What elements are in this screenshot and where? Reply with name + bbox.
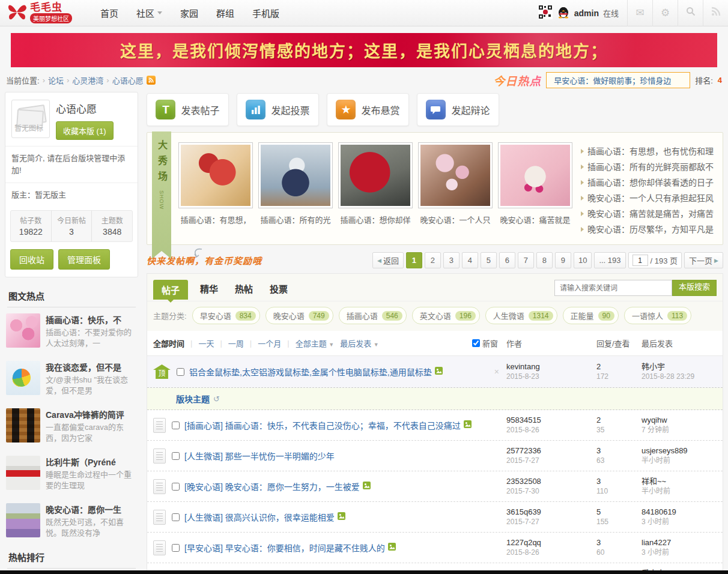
thread-author[interactable]: 95834515 (506, 415, 596, 425)
new-reward-button[interactable]: ★ 发布悬赏 (327, 93, 409, 126)
thread-author[interactable]: 1227q2qq (506, 537, 596, 548)
nav-item-mobile[interactable]: 手机版 (243, 7, 288, 19)
thread-title-link[interactable]: 晚安心语：愿你一生努力，一生被爱 (225, 480, 360, 492)
showcase-link[interactable]: 插画心语：有思想，也有忧伤和理 (581, 144, 714, 159)
search-button-top[interactable] (678, 0, 703, 26)
page-button-5[interactable]: 5 (481, 252, 497, 268)
new-poll-button[interactable]: 发起投票 (237, 93, 319, 126)
tab-hot[interactable]: 热帖 (226, 279, 261, 301)
today-hot-topic-link[interactable]: 早安心语：做好眼前事；珍惜身边 (546, 72, 690, 88)
thread-category-link[interactable]: [插画心语] (184, 419, 223, 431)
column-header-author[interactable]: 作者 (506, 337, 596, 349)
page-button-2[interactable]: 2 (425, 252, 441, 268)
last-post-time[interactable]: 2015-8-28 23:29 (642, 372, 717, 382)
hot-pic-item[interactable]: 插画心语：快乐，不插画心语：不要对爱你的人太过刻薄，一 (6, 307, 137, 355)
page-button-6[interactable]: 6 (499, 252, 515, 268)
page-button-9[interactable]: 9 (555, 252, 571, 268)
thread-checkbox[interactable] (172, 483, 180, 491)
tab-poll[interactable]: 投票 (261, 279, 296, 301)
nav-item-home[interactable]: 首页 (91, 7, 127, 19)
category-pill-zhengnengliang[interactable]: 正能量90 (563, 307, 619, 324)
thread-title-link[interactable]: 那些一半忧伤一半明媚的少年 (225, 450, 335, 462)
filter-one-day[interactable]: 一天 (198, 337, 214, 349)
thread-category-link[interactable]: [人生微语] (184, 450, 223, 462)
showcase-link[interactable]: 插画心语：想你却佯装看透的日子 (581, 175, 714, 190)
thread-checkbox[interactable] (172, 452, 180, 460)
promo-banner[interactable]: 这里，是我们倾泻情感的地方；这里，是我们心灵栖息的地方； (11, 33, 717, 67)
page-button-3[interactable]: 3 (443, 252, 460, 268)
page-button-8[interactable]: 8 (536, 252, 553, 268)
filter-one-month[interactable]: 一个月 (258, 337, 281, 349)
new-window-toggle[interactable]: 新窗 (472, 337, 498, 349)
settings-button[interactable]: ⚙ (652, 0, 678, 26)
recycle-bin-button[interactable]: 回收站 (10, 249, 53, 270)
filter-one-week[interactable]: 一周 (228, 337, 244, 349)
thread-title-link[interactable]: 铝合金鼠标垫,太空铝游戏鼠标垫,金属个性电脑鼠标垫,通用鼠标垫 (189, 366, 432, 378)
hot-pic-item[interactable]: Carava冲锋裤的简评一直都偏爱carava的东西，因为它家 (6, 402, 137, 450)
last-post-user[interactable]: 韩小宇 (642, 361, 717, 372)
next-page-button[interactable]: 下一页▶ (684, 252, 723, 268)
showcase-slide[interactable]: 插画心语：想你却佯 (338, 142, 413, 237)
category-pill-yiyujingren[interactable]: 一语惊人113 (624, 307, 691, 324)
thread-checkbox[interactable] (172, 544, 180, 552)
category-pill-wanan[interactable]: 晚安心语749 (265, 307, 333, 324)
page-button-last[interactable]: ... 193 (594, 252, 625, 268)
qr-code-icon[interactable] (538, 5, 553, 21)
filter-sort-dropdown[interactable]: 最后发表 ▼ (340, 337, 379, 349)
thread-title-link[interactable]: 早安心语：你要相信，时间是藏不住贱人的 (225, 542, 385, 554)
thread-category-link[interactable]: [晚安心语] (184, 480, 223, 492)
nav-item-community[interactable]: 社区 (127, 7, 171, 19)
thread-category-link[interactable]: [早安心语] (184, 542, 223, 554)
new-window-checkbox[interactable] (472, 339, 480, 347)
nav-item-space[interactable]: 家园 (171, 7, 207, 19)
last-post-time[interactable]: 3 小时前 (642, 548, 717, 558)
page-button-4[interactable]: 4 (462, 252, 478, 268)
thread-checkbox[interactable] (172, 513, 180, 521)
thread-author[interactable]: 3615q639 (506, 507, 596, 517)
rss-feed-icon[interactable] (147, 76, 156, 85)
tab-threads[interactable]: 帖子 (153, 280, 188, 300)
category-pill-chahua[interactable]: 插画心语546 (339, 307, 407, 324)
close-icon[interactable]: × (487, 367, 506, 376)
last-post-user[interactable]: 祥和~~ (642, 476, 717, 486)
hot-pic-item[interactable]: 比利牛斯（Pyréné睡眠是生命过程中一个重要的生理现 (6, 450, 137, 497)
showcase-slide[interactable]: 晚安心语：痛苦就是 (498, 142, 572, 237)
refresh-loop-icon[interactable]: ↺ (213, 394, 220, 403)
thread-author[interactable]: 25772336 (506, 446, 596, 456)
breadcrumb-link-forum[interactable]: 论坛 (48, 74, 64, 86)
last-post-user[interactable]: 84180619 (642, 507, 717, 517)
category-pill-yingwen[interactable]: 英文心语196 (412, 307, 480, 324)
filter-all-time[interactable]: 全部时间 (153, 337, 184, 349)
username-link[interactable]: admin (574, 8, 599, 18)
hot-pic-item[interactable]: 我在谈恋爱，但不是文/@隶书shu "我在谈恋爱，但不是男 (6, 355, 137, 402)
breadcrumb-link-parent[interactable]: 心灵港湾 (72, 74, 103, 86)
showcase-slide[interactable]: 插画心语：所有的光 (258, 142, 333, 237)
thread-checkbox[interactable] (172, 421, 180, 429)
last-post-time[interactable]: 半小时前 (642, 456, 717, 466)
page-button-10[interactable]: 10 (574, 252, 592, 268)
thread-author[interactable]: kevintang (506, 361, 596, 372)
rss-button-top[interactable] (703, 0, 728, 26)
site-logo[interactable]: 毛毛虫 美丽梦想社区 (7, 2, 85, 23)
showcase-link[interactable]: 晚安心语：痛苦就是痛苦，对痛苦 (581, 206, 714, 222)
showcase-link[interactable]: 插画心语：所有的光鲜亮丽都敌不 (581, 159, 714, 175)
column-header-replies-views[interactable]: 回复/查看 (596, 337, 642, 349)
last-post-time[interactable]: 3 小时前 (642, 517, 717, 527)
page-button-1[interactable]: 1 (406, 252, 422, 268)
thread-author[interactable]: 23532508 (506, 476, 596, 486)
category-pill-rensheng[interactable]: 人生微语1314 (485, 307, 557, 324)
thread-title-link[interactable]: 插画心语：快乐，不代表自己没伤心；幸福，不代表自己没痛过 (225, 419, 461, 431)
column-header-last-post[interactable]: 最后发表 (642, 337, 717, 349)
search-input[interactable] (554, 280, 672, 296)
showcase-link[interactable]: 晚安心语：一个人只有承担起狂风 (581, 190, 714, 206)
last-post-user[interactable]: wyqihw (642, 415, 717, 425)
page-jump-input[interactable] (632, 255, 648, 266)
showcase-slide[interactable]: 插画心语：有思想， (178, 142, 253, 237)
thread-category-link[interactable]: [人生微语] (184, 511, 223, 523)
back-button[interactable]: ◀返回 (372, 252, 404, 268)
admin-panel-button[interactable]: 管理面板 (58, 249, 110, 270)
new-thread-button[interactable]: T 发表帖子 (147, 93, 229, 126)
thread-title-link[interactable]: 很高兴认识你，很幸运能相爱 (225, 511, 335, 523)
breadcrumb-link-current[interactable]: 心语心愿 (112, 74, 144, 86)
page-button-7[interactable]: 7 (518, 252, 534, 268)
